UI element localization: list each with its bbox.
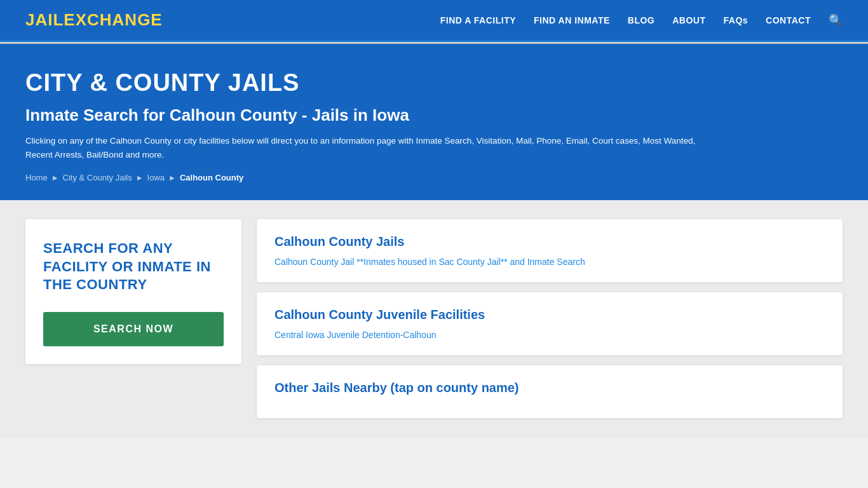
site-logo[interactable]: JAILEXCHANGE [25, 10, 163, 30]
facility-card-1: Calhoun County Juvenile Facilities Centr… [257, 292, 843, 355]
nav-faqs[interactable]: FAQs [724, 15, 749, 25]
main-content: SEARCH FOR ANY FACILITY OR INMATE IN THE… [0, 200, 868, 437]
search-card: SEARCH FOR ANY FACILITY OR INMATE IN THE… [25, 219, 241, 364]
breadcrumb-city-county-jails[interactable]: City & County Jails [63, 173, 132, 182]
facility-card-title-2[interactable]: Other Jails Nearby (tap on county name) [275, 381, 825, 395]
breadcrumb-sep-2: ► [136, 173, 144, 182]
facility-card-0: Calhoun County Jails Calhoun County Jail… [257, 219, 843, 282]
breadcrumb-iowa[interactable]: Iowa [147, 173, 165, 182]
site-header: JAILEXCHANGE FIND A FACILITY FIND AN INM… [0, 0, 868, 42]
main-nav: FIND A FACILITY FIND AN INMATE BLOG ABOU… [440, 13, 843, 27]
hero-description: Clicking on any of the Calhoun County or… [25, 134, 724, 161]
breadcrumb-sep-1: ► [51, 173, 59, 182]
sidebar: SEARCH FOR ANY FACILITY OR INMATE IN THE… [25, 219, 241, 364]
nav-contact[interactable]: CONTACT [766, 15, 811, 25]
logo-exchange-x: E [64, 10, 75, 29]
facility-card-title-0[interactable]: Calhoun County Jails [275, 234, 825, 249]
facility-cards-area: Calhoun County Jails Calhoun County Jail… [257, 219, 843, 418]
page-title: CITY & COUNTY JAILS [25, 69, 843, 97]
breadcrumb-home[interactable]: Home [25, 173, 48, 182]
hero-section: CITY & COUNTY JAILS Inmate Search for Ca… [0, 44, 868, 200]
search-icon[interactable]: 🔍 [829, 13, 843, 27]
nav-find-an-inmate[interactable]: FIND AN INMATE [534, 15, 610, 25]
facility-card-link-0[interactable]: Calhoun County Jail **Inmates housed in … [275, 257, 825, 267]
search-card-title: SEARCH FOR ANY FACILITY OR INMATE IN THE… [43, 240, 224, 294]
facility-card-title-1[interactable]: Calhoun County Juvenile Facilities [275, 308, 825, 322]
breadcrumb: Home ► City & County Jails ► Iowa ► Calh… [25, 173, 843, 182]
page-subtitle: Inmate Search for Calhoun County - Jails… [25, 105, 843, 125]
logo-exchange-rest: XCHANGE [76, 10, 163, 29]
search-now-button[interactable]: SEARCH NOW [43, 312, 224, 346]
facility-card-2: Other Jails Nearby (tap on county name) [257, 365, 843, 418]
logo-jail: JAIL [25, 10, 64, 29]
nav-blog[interactable]: BLOG [628, 15, 654, 25]
facility-card-link-1[interactable]: Central Iowa Juvenile Detention-Calhoun [275, 330, 825, 340]
breadcrumb-sep-3: ► [168, 173, 176, 182]
nav-find-a-facility[interactable]: FIND A FACILITY [440, 15, 516, 25]
nav-about[interactable]: ABOUT [672, 15, 705, 25]
breadcrumb-current: Calhoun County [180, 173, 243, 182]
